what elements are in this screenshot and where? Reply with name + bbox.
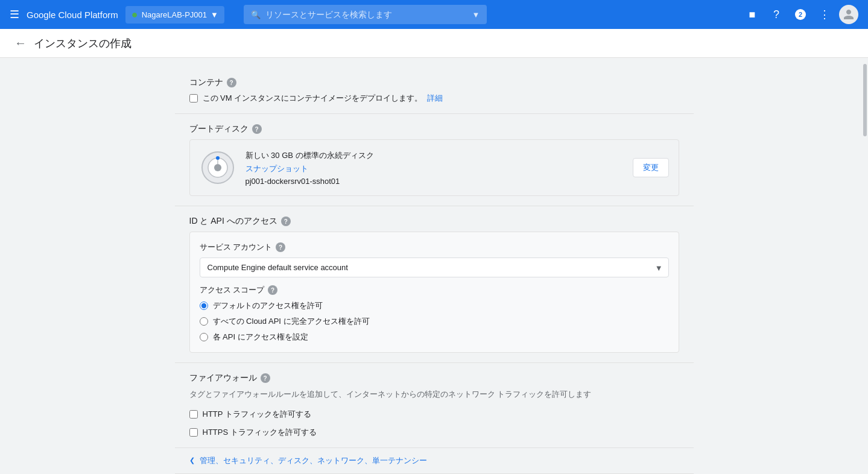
service-account-container: サービス アカウント ? Compute Engine default serv… [189, 232, 679, 353]
container-checkbox[interactable] [189, 94, 198, 103]
scroll-thumb[interactable] [863, 64, 867, 136]
notification-count: 2 [795, 9, 806, 20]
back-button[interactable]: ← [14, 36, 27, 50]
more-options-icon[interactable]: ⋮ [815, 5, 834, 24]
management-link-label: 管理、セキュリティ、ディスク、ネットワーク、単一テナンシー [200, 455, 427, 466]
https-checkbox-label: HTTPS トラフィックを許可する [203, 427, 317, 438]
service-account-select[interactable]: Compute Engine default service account N… [200, 258, 669, 277]
management-section: ❮ 管理、セキュリティ、ディスク、ネットワーク、単一テナンシー [175, 448, 694, 473]
boot-disk-section: ブートディスク ? 新しい 30 GB の標準の永続ディスク スナップショット … [175, 114, 694, 206]
scroll-track [862, 58, 867, 474]
radio-custom[interactable] [200, 333, 208, 341]
http-checkbox[interactable] [189, 410, 198, 419]
https-checkbox-row: HTTPS トラフィックを許可する [189, 427, 679, 438]
project-dot-icon: ● [131, 8, 138, 21]
top-header: ☰ Google Cloud Platform ● NagareLAB-PJ00… [0, 0, 868, 29]
svg-point-3 [216, 156, 220, 160]
search-dropdown-icon: ▼ [472, 10, 480, 19]
container-checkbox-label: この VM インスタンスにコンテナイメージをデプロイします。 [203, 93, 423, 104]
api-help-icon[interactable]: ? [281, 216, 291, 226]
svg-point-2 [214, 164, 221, 171]
radio-default[interactable] [200, 302, 208, 310]
project-dropdown-icon: ▼ [211, 10, 218, 19]
container-section-label: コンテナ ? [189, 77, 679, 88]
terminal-icon[interactable]: ■ [743, 5, 762, 24]
service-account-select-wrapper: Compute Engine default service account N… [200, 258, 669, 277]
app-logo: Google Cloud Platform [27, 10, 118, 20]
container-detail-link[interactable]: 詳細 [427, 93, 443, 104]
global-search-bar[interactable]: 🔍 ▼ [244, 5, 487, 24]
disk-name: pj001-dockersrv01-sshot01 [246, 177, 623, 186]
https-checkbox[interactable] [189, 428, 198, 437]
radio-custom-label: 各 API にアクセス権を設定 [213, 332, 308, 343]
form-container: コンテナ ? この VM インスタンスにコンテナイメージをデプロイします。 詳細… [175, 68, 694, 474]
boot-disk-label: ブートディスク ? [189, 124, 679, 134]
avatar[interactable] [839, 5, 858, 24]
radio-full[interactable] [200, 317, 208, 326]
management-chevron-icon: ❮ [189, 457, 195, 464]
radio-row-default: デフォルトのアクセス権を許可 [200, 300, 669, 311]
access-scope-container: アクセス スコープ ? デフォルトのアクセス権を許可 すべての Cloud AP… [200, 285, 669, 343]
http-checkbox-label: HTTP トラフィックを許可する [203, 409, 311, 420]
container-help-icon[interactable]: ? [227, 78, 236, 87]
search-icon: 🔍 [251, 10, 261, 19]
disk-info: 新しい 30 GB の標準の永続ディスク スナップショット pj001-dock… [246, 150, 623, 186]
firewall-description: タグとファイアウォールルールを追加して、インターネットからの特定のネットワーク … [189, 388, 679, 400]
radio-default-label: デフォルトのアクセス権を許可 [213, 300, 323, 311]
access-scope-help-icon[interactable]: ? [268, 285, 277, 295]
scrollbar-area [861, 58, 868, 474]
firewall-help-icon[interactable]: ? [261, 373, 270, 383]
help-icon[interactable]: ? [767, 5, 786, 24]
management-expand-link[interactable]: ❮ 管理、セキュリティ、ディスク、ネットワーク、単一テナンシー [189, 455, 679, 466]
firewall-checkbox-group: HTTP トラフィックを許可する HTTPS トラフィックを許可する [189, 405, 679, 438]
boot-disk-help-icon[interactable]: ? [252, 124, 262, 134]
snapshot-link[interactable]: スナップショット [246, 163, 623, 174]
search-input[interactable] [265, 10, 467, 19]
radio-row-custom: 各 API にアクセス権を設定 [200, 332, 669, 343]
change-disk-button[interactable]: 変更 [633, 158, 669, 177]
subheader: ← インスタンスの作成 [0, 29, 868, 58]
project-name: NagareLAB-PJ001 [142, 10, 207, 19]
api-section-label: ID と API へのアクセス ? [189, 216, 679, 227]
service-account-label: サービス アカウント ? [200, 242, 669, 253]
page-title: インスタンスの作成 [34, 36, 131, 51]
container-section: コンテナ ? この VM インスタンスにコンテナイメージをデプロイします。 詳細 [175, 68, 694, 113]
access-scope-radio-group: デフォルトのアクセス権を許可 すべての Cloud API に完全アクセス権を許… [200, 300, 669, 343]
http-checkbox-row: HTTP トラフィックを許可する [189, 409, 679, 420]
main-content: コンテナ ? この VM インスタンスにコンテナイメージをデプロイします。 詳細… [0, 58, 868, 474]
header-action-icons: ■ ? 2 ⋮ [743, 5, 858, 24]
firewall-section-label: ファイアウォール ? [189, 373, 679, 384]
service-account-help-icon[interactable]: ? [276, 242, 285, 252]
disk-description: 新しい 30 GB の標準の永続ディスク [246, 150, 623, 161]
notifications-icon[interactable]: 2 [791, 5, 810, 24]
boot-disk-card: 新しい 30 GB の標準の永続ディスク スナップショット pj001-dock… [189, 139, 679, 196]
radio-row-full: すべての Cloud API に完全アクセス権を許可 [200, 316, 669, 327]
disk-icon [200, 150, 236, 186]
access-scope-label: アクセス スコープ ? [200, 285, 669, 295]
radio-full-label: すべての Cloud API に完全アクセス権を許可 [213, 316, 370, 327]
project-selector[interactable]: ● NagareLAB-PJ001 ▼ [125, 6, 224, 24]
firewall-section: ファイアウォール ? タグとファイアウォールルールを追加して、インターネットから… [175, 363, 694, 447]
api-access-section: ID と API へのアクセス ? サービス アカウント ? Compute E… [175, 206, 694, 362]
container-checkbox-row: この VM インスタンスにコンテナイメージをデプロイします。 詳細 [189, 93, 679, 104]
hamburger-menu-icon[interactable]: ☰ [10, 8, 19, 21]
